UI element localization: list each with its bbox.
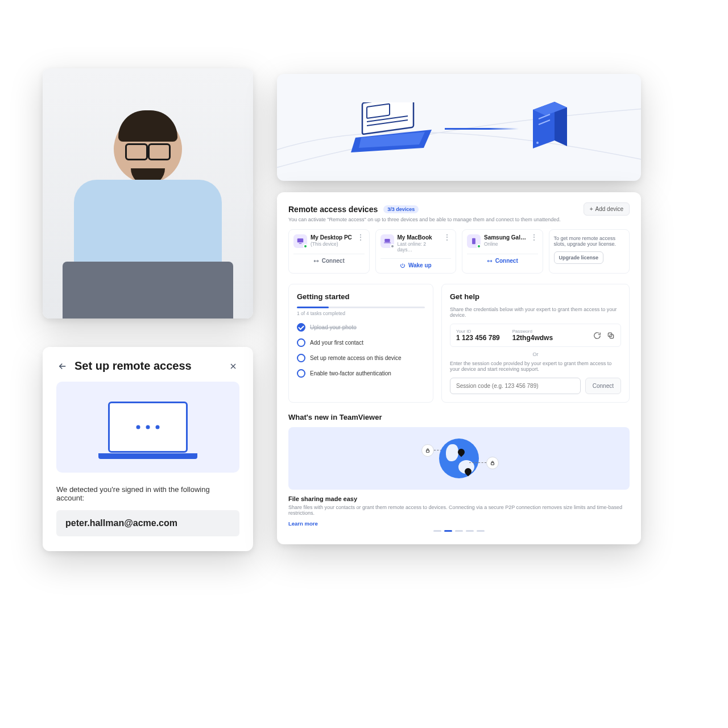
task-label: Upload your photo [310, 324, 357, 330]
progress-text: 1 of 4 tasks completed [297, 311, 425, 316]
device-action-label: Connect [322, 258, 345, 264]
device-connect-button[interactable]: Connect [467, 254, 538, 264]
get-help-title: Get help [450, 292, 621, 301]
lock-icon [421, 444, 434, 457]
getting-started-title: Getting started [297, 292, 425, 301]
connect-button[interactable]: Connect [585, 378, 621, 394]
connection-line-icon [445, 128, 519, 130]
laptop-icon [351, 102, 436, 154]
device-action-label: Connect [495, 258, 518, 264]
more-icon[interactable]: ⋮ [443, 234, 451, 240]
copy-icon[interactable] [607, 332, 615, 340]
device-status: Last online: 2 days… [398, 241, 440, 253]
circle-icon [297, 354, 305, 362]
more-icon[interactable]: ⋮ [530, 234, 538, 240]
devices-title: Remote access devices [288, 205, 378, 214]
task-label: Add your first contact [310, 340, 363, 346]
setup-illustration [56, 382, 239, 473]
close-icon[interactable] [227, 360, 239, 373]
task-label: Set up remote access on this device [310, 355, 402, 361]
get-help-share-text: Share the credentials below with your ex… [450, 307, 621, 318]
photo-background [43, 68, 253, 318]
upgrade-license-button[interactable]: Upgrade license [554, 251, 604, 264]
your-id-value: 1 123 456 789 [456, 334, 500, 342]
device-card: My Desktop PC (This device) ⋮ Connect [288, 229, 370, 274]
whats-new-title: What's new in TeamViewer [288, 413, 630, 421]
hero-illustration-card [277, 74, 641, 181]
status-dot-offline [390, 244, 395, 249]
refresh-icon[interactable] [593, 332, 601, 340]
get-help-panel: Get help Share the credentials below wit… [441, 284, 630, 403]
or-divider: Or [450, 351, 621, 357]
whats-new-section: What's new in TeamViewer File sharing ma… [288, 413, 630, 532]
device-action-label: Wake up [408, 262, 432, 268]
task-item[interactable]: Set up remote access on this device [297, 354, 425, 362]
task-item[interactable]: Enable two-factor authentication [297, 369, 425, 378]
password-value: 12thg4wdws [512, 334, 553, 342]
swap-icon [487, 258, 493, 264]
status-dot-online [477, 244, 481, 249]
device-name: My MacBook [398, 234, 440, 241]
laptop-illustration [63, 262, 233, 318]
carousel-pager[interactable] [288, 530, 630, 532]
your-id-label: Your ID [456, 329, 500, 334]
globe-icon [439, 439, 479, 478]
back-arrow-icon[interactable] [56, 360, 69, 373]
devices-subtitle: You can activate "Remote access" on up t… [288, 217, 630, 222]
detected-email: peter.hallman@acme.com [56, 510, 239, 536]
get-help-enter-text: Enter the session code provided by your … [450, 361, 621, 372]
password-label: Password [512, 329, 553, 334]
device-card: My MacBook Last online: 2 days… ⋮ Wake u… [375, 229, 457, 274]
upgrade-card: To get more remote access slots, upgrade… [549, 229, 630, 274]
user-photo-card [43, 68, 253, 318]
whats-new-item-title: File sharing made easy [288, 495, 630, 502]
power-icon [400, 263, 406, 268]
getting-started-panel: Getting started 1 of 4 tasks completed U… [288, 284, 433, 403]
svg-rect-16 [472, 238, 475, 245]
svg-rect-13 [299, 243, 302, 244]
device-status: (This device) [311, 241, 353, 247]
lock-icon [486, 457, 499, 469]
setup-title: Set up remote access [75, 359, 221, 373]
progress-bar [297, 307, 425, 308]
device-name: My Desktop PC [311, 234, 353, 241]
server-icon [527, 100, 573, 156]
devices-count-badge: 3/3 devices [383, 205, 419, 213]
whats-new-banner [288, 427, 630, 490]
whats-new-item-body: Share files with your contacts or grant … [288, 504, 630, 516]
check-circle-icon [297, 323, 305, 332]
svg-rect-20 [491, 463, 494, 465]
swap-icon [313, 258, 319, 264]
circle-icon [297, 369, 305, 378]
svg-rect-14 [384, 239, 390, 242]
setup-remote-access-modal: Set up remote access We detected you're … [43, 347, 253, 551]
more-icon[interactable]: ⋮ [357, 234, 365, 240]
svg-rect-19 [427, 450, 429, 453]
session-code-input[interactable] [450, 378, 581, 394]
svg-rect-15 [384, 242, 391, 243]
device-card: Samsung Galaxy… Online ⋮ Connect [462, 229, 543, 274]
setup-detected-text: We detected you're signed in with the fo… [56, 485, 239, 502]
learn-more-link[interactable]: Learn more [288, 520, 630, 527]
add-device-label: Add device [595, 206, 623, 212]
device-wakeup-button[interactable]: Wake up [380, 258, 452, 268]
svg-point-11 [536, 142, 539, 144]
device-status: Online [484, 241, 527, 247]
plus-icon: + [590, 206, 593, 212]
device-name: Samsung Galaxy… [484, 234, 527, 241]
person-illustration [74, 115, 222, 282]
add-device-button[interactable]: + Add device [584, 202, 630, 216]
credentials-box: Your ID 1 123 456 789 Password 12thg4wdw… [450, 324, 621, 347]
task-item[interactable]: Add your first contact [297, 338, 425, 347]
device-connect-button[interactable]: Connect [293, 254, 365, 264]
task-item[interactable]: Upload your photo [297, 323, 425, 332]
upgrade-text: To get more remote access slots, upgrade… [554, 235, 625, 247]
dashboard-card: Remote access devices 3/3 devices + Add … [277, 192, 641, 544]
svg-rect-12 [297, 238, 304, 242]
status-dot-online [303, 244, 308, 249]
task-label: Enable two-factor authentication [310, 370, 391, 377]
circle-icon [297, 338, 305, 347]
background-curves [277, 74, 641, 181]
